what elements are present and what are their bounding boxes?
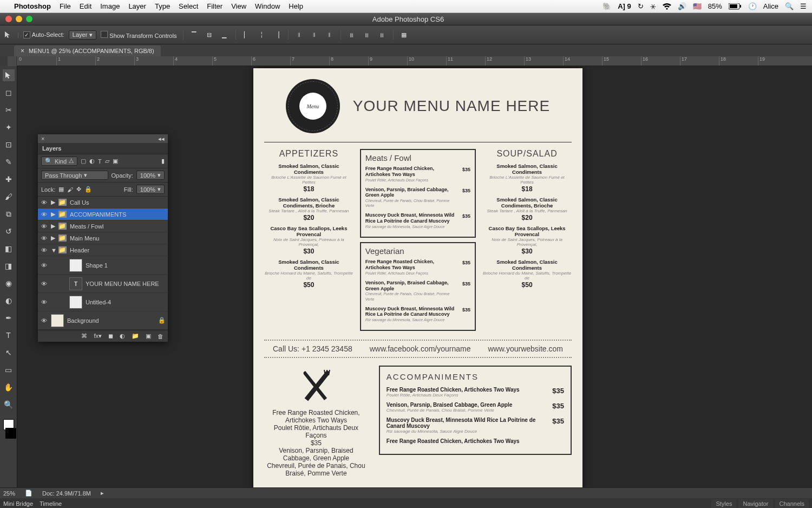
layer-row[interactable]: 👁▼📁Header (38, 244, 168, 256)
lock-all-icon[interactable]: 🔒 (84, 186, 92, 193)
menu-type[interactable]: Type (155, 2, 170, 10)
menu-layer[interactable]: Layer (128, 2, 146, 10)
menu-help[interactable]: Help (289, 2, 303, 10)
volume-icon[interactable]: 🔊 (678, 2, 686, 10)
align-right-icon[interactable]: ▕ (272, 30, 281, 40)
hand-tool[interactable]: ✋ (3, 381, 15, 393)
lasso-tool[interactable]: ✂ (3, 104, 15, 116)
navigator-tab[interactable]: Navigator (738, 499, 772, 508)
adjustment-icon[interactable]: ◐ (120, 333, 125, 340)
eraser-tool[interactable]: ◧ (3, 243, 15, 255)
type-tool[interactable]: T (3, 329, 15, 341)
layer-row[interactable]: 👁TYOUR MENU NAME HERE (38, 275, 168, 293)
dist-right-icon[interactable]: ⫼ (377, 30, 387, 40)
adobe-icon[interactable]: A] 9 (618, 2, 631, 10)
align-vcenter-icon[interactable]: ⊟ (204, 30, 214, 40)
new-layer-icon[interactable]: ▣ (146, 333, 151, 340)
layer-row[interactable]: 👁▶📁Call Us (38, 197, 168, 209)
flag-icon[interactable]: 🇺🇸 (693, 2, 702, 10)
styles-tab[interactable]: Styles (711, 499, 736, 508)
dist-top-icon[interactable]: ⫴ (294, 30, 304, 40)
app-name[interactable]: Photoshop (14, 2, 51, 10)
path-tool[interactable]: ↖ (3, 347, 15, 359)
search-icon[interactable]: 🔍 (785, 2, 794, 10)
close-button[interactable] (5, 16, 12, 22)
brush-tool[interactable]: 🖌 (3, 191, 15, 203)
filter-type-icon[interactable]: T (98, 158, 102, 165)
align-bottom-icon[interactable]: ▁ (219, 30, 229, 40)
close-tab-icon[interactable]: × (21, 47, 24, 55)
dist-hcenter-icon[interactable]: ⫼ (362, 30, 371, 40)
dist-vcenter-icon[interactable]: ⫴ (309, 30, 319, 40)
shape-tool[interactable]: ▭ (3, 364, 15, 376)
group-icon[interactable]: 📁 (132, 333, 139, 340)
zoom-tool[interactable]: 🔍 (3, 399, 15, 411)
bluetooth-icon[interactable]: ⚹ (650, 2, 656, 11)
elephant-icon[interactable]: 🐘 (603, 2, 611, 10)
layer-row[interactable]: 👁Untitled-4 (38, 293, 168, 311)
layers-panel[interactable]: ×◂◂ Layers 🔍 Kind ⧊ ▢ ◐ T ▱ ▣ ▮ Pass Thr… (38, 134, 168, 342)
ruler-horizontal[interactable]: 012345678910111213141516171819 (17, 56, 812, 66)
lock-transparency-icon[interactable]: ▦ (58, 186, 64, 193)
fill-input[interactable]: 100% ▾ (136, 185, 165, 194)
wifi-icon[interactable] (663, 3, 671, 10)
lock-pixels-icon[interactable]: 🖌 (67, 186, 73, 193)
fx-icon[interactable]: fx▾ (94, 333, 102, 340)
list-icon[interactable]: ☰ (800, 2, 807, 10)
history-brush-tool[interactable]: ↺ (3, 225, 15, 237)
menu-image[interactable]: Image (100, 2, 120, 10)
close-panel-icon[interactable]: × (41, 135, 44, 142)
move-tool[interactable] (3, 69, 15, 81)
zoom-button[interactable] (26, 16, 32, 22)
clock-icon[interactable]: 🕐 (748, 2, 757, 10)
menu-view[interactable]: View (231, 2, 246, 10)
crop-tool[interactable]: ⊡ (3, 139, 15, 151)
align-left-icon[interactable]: ▏ (241, 30, 251, 40)
mini-bridge-tab[interactable]: Mini Bridge (3, 500, 33, 507)
layer-row[interactable]: 👁Background🔒 (38, 311, 168, 330)
zoom-value[interactable]: 25% (3, 490, 15, 497)
opacity-input[interactable]: 100% ▾ (136, 171, 165, 180)
collapse-icon[interactable]: ◂◂ (158, 135, 165, 142)
filter-kind[interactable]: 🔍 Kind ⧊ (41, 157, 77, 166)
align-hcenter-icon[interactable]: ╎ (257, 30, 266, 40)
filter-adjust-icon[interactable]: ◐ (89, 158, 95, 165)
pen-tool[interactable]: ✒ (3, 312, 15, 324)
dodge-tool[interactable]: ◐ (3, 295, 15, 307)
eyedropper-tool[interactable]: ✎ (3, 156, 15, 168)
timeline-tab[interactable]: Timeline (40, 500, 62, 507)
lock-position-icon[interactable]: ✥ (76, 186, 81, 193)
layers-tab[interactable]: Layers (38, 143, 168, 154)
battery-icon[interactable] (729, 3, 742, 10)
document-tab[interactable]: × MENU1 @ 25% (ACCOMPANIMENTS, RGB/8) (14, 45, 161, 56)
gradient-tool[interactable]: ◨ (3, 260, 15, 272)
sync-icon[interactable]: ↻ (638, 2, 644, 10)
doc-info-arrow[interactable]: ▸ (101, 490, 104, 497)
menu-filter[interactable]: Filter (207, 2, 222, 10)
blur-tool[interactable]: ◉ (3, 277, 15, 289)
link-layers-icon[interactable]: ⌘ (81, 333, 87, 340)
channels-tab[interactable]: Channels (775, 499, 809, 508)
menu-file[interactable]: File (60, 2, 71, 10)
heal-tool[interactable]: ✚ (3, 173, 15, 185)
auto-align-icon[interactable]: ▦ (399, 30, 409, 40)
auto-select-target[interactable]: Layer ▾ (69, 30, 97, 40)
dist-bottom-icon[interactable]: ⫴ (324, 30, 334, 40)
blend-mode[interactable]: Pass Through ▾ (41, 171, 108, 180)
filter-shape-icon[interactable]: ▱ (105, 158, 109, 165)
doc-info-icon[interactable]: 📄 (25, 490, 32, 497)
menu-edit[interactable]: Edit (80, 2, 91, 10)
delete-layer-icon[interactable]: 🗑 (158, 333, 163, 340)
layer-row[interactable]: 👁▶📁Meats / Fowl (38, 220, 168, 232)
filter-toggle[interactable]: ▮ (161, 158, 165, 165)
document-canvas[interactable]: Menu YOUR MENU NAME HERE APPETIZERS Smok… (253, 68, 582, 491)
layer-row[interactable]: 👁▶📁Main Menu (38, 232, 168, 244)
mask-icon[interactable]: ◼ (108, 333, 113, 340)
layer-row[interactable]: 👁Shape 1 (38, 256, 168, 275)
dist-left-icon[interactable]: ⫼ (346, 30, 356, 40)
background-swatch[interactable] (5, 428, 16, 439)
filter-smart-icon[interactable]: ▣ (113, 158, 118, 165)
wand-tool[interactable]: ✦ (3, 121, 15, 133)
layer-row[interactable]: 👁▶📁ACCOMPANIMENTS (38, 209, 168, 220)
marquee-tool[interactable]: ◻ (3, 87, 15, 99)
